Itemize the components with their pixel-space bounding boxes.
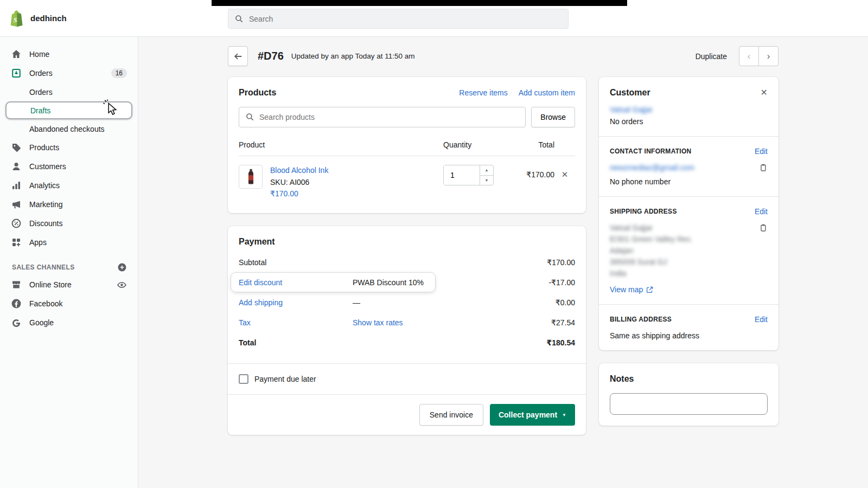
view-map-link[interactable]: View map xyxy=(610,285,653,294)
edit-billing-link[interactable]: Edit xyxy=(755,315,768,324)
marketing-icon xyxy=(11,199,22,210)
notes-card-title: Notes xyxy=(610,374,634,383)
sidebar-item-orders-sub[interactable]: Orders xyxy=(5,83,132,101)
show-tax-rates-link[interactable]: Show tax rates xyxy=(353,318,510,327)
sidebar-item-analytics[interactable]: Analytics xyxy=(5,176,132,195)
collect-payment-button[interactable]: Collect payment ▼ xyxy=(490,404,575,426)
sidebar-item-facebook[interactable]: Facebook xyxy=(5,294,132,313)
top-black-strip xyxy=(212,0,627,6)
product-sku: SKU: AI006 xyxy=(270,178,309,187)
payment-due-later-label: Payment due later xyxy=(254,375,316,383)
back-button[interactable] xyxy=(228,46,248,66)
sidebar-item-label: Marketing xyxy=(29,200,127,209)
global-search-input[interactable] xyxy=(249,15,561,23)
sidebar-item-products[interactable]: Products xyxy=(5,138,132,157)
duplicate-button[interactable]: Duplicate xyxy=(695,52,727,61)
customers-icon xyxy=(11,161,22,172)
notes-card: Notes xyxy=(599,363,778,426)
view-map-label: View map xyxy=(610,285,643,294)
tax-value: ₹27.54 xyxy=(510,318,575,327)
sidebar-item-marketing[interactable]: Marketing xyxy=(5,195,132,214)
sidebar-item-label: Facebook xyxy=(29,299,127,308)
product-price-link[interactable]: ₹170.00 xyxy=(270,189,298,198)
sidebar-item-label: Products xyxy=(29,143,127,152)
add-channel-plus-icon[interactable] xyxy=(117,262,127,272)
sidebar-item-discounts[interactable]: Discounts xyxy=(5,214,132,233)
main-area: #D76 Updated by an app Today at 11:50 am… xyxy=(138,37,868,488)
sidebar-item-label: Orders xyxy=(29,69,104,78)
customer-name-link[interactable]: Vatsal Gajjar xyxy=(610,105,653,114)
sidebar-item-label: Orders xyxy=(29,88,127,97)
tax-link[interactable]: Tax xyxy=(239,318,353,327)
payment-due-later-checkbox[interactable] xyxy=(239,374,248,384)
remove-item-icon[interactable]: ✕ xyxy=(554,165,575,179)
clipboard-icon[interactable] xyxy=(759,223,768,232)
sidebar-item-label: Analytics xyxy=(29,181,127,190)
quantity-stepper[interactable]: ▲ ▼ xyxy=(443,165,494,185)
notes-input[interactable] xyxy=(610,393,768,415)
discount-name: PWAB Discount 10% xyxy=(353,278,510,287)
brand[interactable]: S dedhinch xyxy=(0,10,138,27)
sales-channels-header: SALES CHANNELS xyxy=(12,262,127,272)
sidebar-item-label: Online Store xyxy=(29,280,108,289)
browse-button[interactable]: Browse xyxy=(531,107,575,127)
product-search[interactable] xyxy=(239,107,526,127)
sidebar-item-online-store[interactable]: Online Store xyxy=(5,275,132,294)
payment-card: Payment Subtotal ₹170.00 Edit discount P… xyxy=(228,226,586,435)
store-name: dedhinch xyxy=(30,14,67,23)
sidebar-item-label: Google xyxy=(29,318,127,327)
product-search-input[interactable] xyxy=(259,113,519,121)
sales-channels-label: SALES CHANNELS xyxy=(12,264,75,271)
customer-orders-count: No orders xyxy=(610,117,768,126)
stepper-up-icon[interactable]: ▲ xyxy=(480,165,493,176)
close-icon[interactable]: ✕ xyxy=(761,87,768,98)
facebook-icon xyxy=(11,298,22,309)
product-name-link[interactable]: Blood Alcohol Ink xyxy=(270,166,328,175)
total-value: ₹180.54 xyxy=(510,338,575,347)
stepper-down-icon[interactable]: ▼ xyxy=(480,176,493,185)
shipping-row: Add shipping — ₹0.00 xyxy=(239,292,575,312)
send-invoice-button[interactable]: Send invoice xyxy=(419,404,483,426)
products-icon xyxy=(11,142,22,153)
sidebar-item-home[interactable]: Home xyxy=(5,45,132,63)
next-order-button[interactable]: › xyxy=(758,46,778,66)
search-icon xyxy=(246,113,254,121)
edit-discount-link[interactable]: Edit discount xyxy=(239,278,353,287)
shipping-dash: — xyxy=(353,298,510,307)
customer-email-link[interactable]: newzmediaz@gmail.com xyxy=(610,163,694,172)
online-store-icon xyxy=(11,279,22,290)
chevron-right-icon: › xyxy=(767,51,770,62)
add-shipping-link[interactable]: Add shipping xyxy=(239,298,353,307)
quantity-input[interactable] xyxy=(444,165,480,185)
edit-shipping-link[interactable]: Edit xyxy=(755,207,768,216)
sidebar-item-label: Home xyxy=(29,50,127,59)
prev-order-button[interactable]: ‹ xyxy=(739,46,759,66)
edit-contact-link[interactable]: Edit xyxy=(755,147,768,156)
global-search[interactable] xyxy=(228,9,569,29)
customer-card: Customer ✕ Vatsal Gajjar No orders CONTA… xyxy=(599,77,778,350)
column-product: Product xyxy=(239,140,443,149)
subtotal-row: Subtotal ₹170.00 xyxy=(239,252,575,272)
reserve-items-link[interactable]: Reserve items xyxy=(459,88,507,97)
sidebar-item-apps[interactable]: Apps xyxy=(5,233,132,252)
subtotal-label: Subtotal xyxy=(239,258,353,267)
sidebar-item-abandoned-checkouts[interactable]: Abandoned checkouts xyxy=(5,120,132,138)
page-header: #D76 Updated by an app Today at 11:50 am… xyxy=(228,46,778,66)
clipboard-icon[interactable] xyxy=(759,163,768,172)
back-arrow-icon xyxy=(233,52,243,61)
eye-icon[interactable] xyxy=(116,279,127,290)
sidebar-item-drafts[interactable]: Drafts xyxy=(5,101,132,119)
product-thumbnail xyxy=(239,165,263,189)
sidebar-item-google[interactable]: Google xyxy=(5,313,132,332)
shipping-value: ₹0.00 xyxy=(510,298,575,307)
billing-address-text: Same as shipping address xyxy=(610,331,768,340)
sidebar-item-label: Drafts xyxy=(30,106,126,115)
subtotal-value: ₹170.00 xyxy=(510,258,575,267)
sidebar-item-customers[interactable]: Customers xyxy=(5,157,132,176)
tax-row: Tax Show tax rates ₹27.54 xyxy=(239,312,575,332)
products-card-title: Products xyxy=(239,88,276,98)
sidebar-item-orders[interactable]: Orders 16 xyxy=(5,64,132,82)
column-total: Total xyxy=(508,140,554,149)
sidebar-item-label: Abandoned checkouts xyxy=(29,125,127,133)
add-custom-item-link[interactable]: Add custom item xyxy=(519,88,575,97)
